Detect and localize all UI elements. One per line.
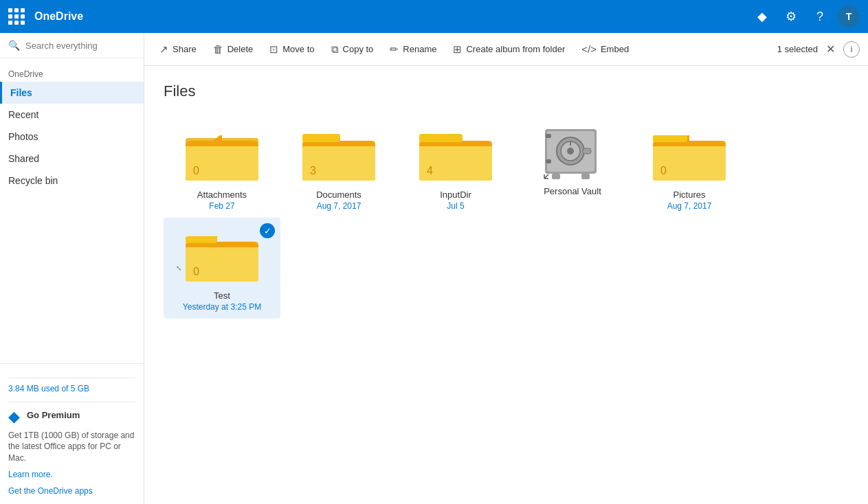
folder-icon-wrap: 0 bbox=[181, 124, 263, 185]
file-date: Aug 7, 2017 bbox=[317, 201, 361, 211]
main-area: ↗ Share 🗑 Delete ⊡ Move to ⧉ Copy to ✏ R… bbox=[144, 33, 868, 504]
svg-line-25 bbox=[544, 174, 548, 179]
svg-rect-23 bbox=[552, 174, 560, 179]
selected-count: 1 selected bbox=[777, 44, 818, 54]
vault-icon bbox=[542, 124, 603, 182]
help-icon[interactable]: ? bbox=[809, 5, 831, 27]
settings-icon[interactable]: ⚙ bbox=[780, 5, 802, 27]
get-apps-link[interactable]: Get the OneDrive apps bbox=[8, 486, 135, 496]
sidebar-item-photos[interactable]: Photos bbox=[0, 126, 144, 148]
vault-icon-wrap bbox=[535, 124, 610, 182]
rename-button[interactable]: ✏ Rename bbox=[383, 39, 443, 60]
sidebar-nav: OneDrive Files Recent Photos Shared Recy… bbox=[0, 58, 144, 363]
delete-icon: 🗑 bbox=[213, 43, 223, 55]
premium-row: ◆ Go Premium bbox=[8, 408, 135, 426]
file-date: Jul 5 bbox=[447, 201, 464, 211]
diamond-icon[interactable]: ◆ bbox=[751, 5, 773, 27]
topbar-icons: ◆ ⚙ ? T bbox=[751, 5, 860, 27]
sidebar-item-files[interactable]: Files bbox=[0, 82, 144, 104]
folder-count: 0 bbox=[193, 165, 199, 177]
actionbar-right: 1 selected ✕ i bbox=[777, 40, 860, 58]
svg-rect-19 bbox=[583, 148, 591, 154]
svg-rect-13 bbox=[419, 134, 463, 142]
rename-icon: ✏ bbox=[390, 43, 399, 56]
search-bar[interactable]: 🔍 bbox=[0, 33, 144, 58]
file-date: Yesterday at 3:25 PM bbox=[183, 302, 261, 312]
info-button[interactable]: i bbox=[843, 41, 860, 58]
svg-rect-21 bbox=[546, 159, 551, 163]
storage-usage: 3.84 MB used of 5 GB bbox=[8, 384, 135, 393]
folder-icon-wrap: 3 bbox=[298, 124, 380, 185]
premium-description: Get 1TB (1000 GB) of storage and the lat… bbox=[8, 430, 135, 464]
file-name: Documents bbox=[316, 190, 361, 200]
file-date: Aug 7, 2017 bbox=[667, 201, 712, 211]
create-album-button[interactable]: ⊞ Create album from folder bbox=[446, 39, 572, 60]
premium-diamond-icon: ◆ bbox=[8, 408, 20, 426]
expand-icon: ⤡ bbox=[176, 264, 181, 272]
app-title: OneDrive bbox=[34, 10, 751, 23]
svg-rect-31 bbox=[653, 135, 687, 142]
folder-count: 0 bbox=[660, 165, 667, 177]
embed-icon: </> bbox=[581, 43, 597, 55]
user-avatar[interactable]: T bbox=[838, 5, 860, 27]
folder-icon-wrap: 0 bbox=[648, 124, 731, 185]
learn-more-link[interactable]: Learn more. bbox=[8, 470, 53, 479]
folder-count: 0 bbox=[193, 266, 199, 278]
actionbar: ↗ Share 🗑 Delete ⊡ Move to ⧉ Copy to ✏ R… bbox=[144, 33, 868, 66]
file-name: Test bbox=[214, 290, 230, 301]
content-area: Files 0 Attach bbox=[144, 66, 868, 504]
file-item-documents[interactable]: 3 Documents Aug 7, 2017 bbox=[280, 117, 397, 218]
svg-point-18 bbox=[567, 148, 574, 154]
svg-rect-35 bbox=[186, 236, 217, 243]
file-name: Personal Vault bbox=[544, 186, 601, 196]
file-item-inputdir[interactable]: 4 InputDir Jul 5 bbox=[397, 117, 514, 218]
sidebar-divider2 bbox=[8, 402, 135, 402]
file-name: InputDir bbox=[440, 190, 471, 200]
svg-rect-8 bbox=[302, 134, 340, 142]
file-name: Pictures bbox=[674, 190, 706, 200]
sidebar-divider bbox=[8, 378, 135, 378]
sidebar: 🔍 OneDrive Files Recent Photos Shared Re… bbox=[0, 33, 144, 504]
embed-button[interactable]: </> Embed bbox=[575, 39, 636, 59]
folder-icon-wrap: 4 bbox=[414, 124, 497, 185]
svg-rect-24 bbox=[581, 174, 590, 179]
copyto-icon: ⧉ bbox=[331, 43, 339, 56]
apps-menu-button[interactable] bbox=[8, 8, 25, 25]
files-grid: 0 Attachments Feb 27 bbox=[164, 117, 849, 319]
premium-title: Go Premium bbox=[27, 410, 80, 420]
sidebar-footer: 3.84 MB used of 5 GB ◆ Go Premium Get 1T… bbox=[0, 363, 144, 504]
page-title: Files bbox=[164, 82, 849, 100]
main-layout: 🔍 OneDrive Files Recent Photos Shared Re… bbox=[0, 33, 868, 504]
close-selection-button[interactable]: ✕ bbox=[823, 40, 838, 58]
moveto-icon: ⊡ bbox=[269, 43, 278, 56]
moveto-button[interactable]: ⊡ Move to bbox=[263, 39, 321, 60]
share-button[interactable]: ↗ Share bbox=[153, 39, 203, 60]
folder-icon-wrap: 0 bbox=[181, 225, 263, 286]
sidebar-item-recent[interactable]: Recent bbox=[0, 104, 144, 126]
sidebar-item-shared[interactable]: Shared bbox=[0, 148, 144, 170]
file-date: Feb 27 bbox=[209, 201, 234, 211]
file-name: Attachments bbox=[197, 190, 247, 200]
delete-button[interactable]: 🗑 Delete bbox=[206, 39, 260, 59]
file-item-test[interactable]: ✓ 0 ⤡ Test Yesterday at bbox=[164, 218, 280, 319]
sidebar-item-recycle-bin[interactable]: Recycle bin bbox=[0, 170, 144, 192]
create-album-icon: ⊞ bbox=[453, 43, 462, 56]
search-input[interactable] bbox=[25, 41, 135, 51]
folder-count: 3 bbox=[310, 165, 316, 177]
share-icon: ↗ bbox=[159, 43, 168, 56]
file-item-personal-vault[interactable]: Personal Vault bbox=[514, 117, 631, 218]
file-item-pictures[interactable]: 0 Pictures Aug 7, 2017 bbox=[631, 117, 748, 218]
folder-count: 4 bbox=[427, 165, 433, 177]
svg-rect-9 bbox=[339, 139, 340, 141]
file-item-attachments[interactable]: 0 Attachments Feb 27 bbox=[164, 117, 280, 218]
search-icon: 🔍 bbox=[8, 40, 20, 51]
sidebar-breadcrumb: OneDrive bbox=[0, 58, 144, 82]
copyto-button[interactable]: ⧉ Copy to bbox=[324, 39, 381, 60]
topbar: OneDrive ◆ ⚙ ? T bbox=[0, 0, 868, 33]
svg-rect-20 bbox=[546, 134, 551, 138]
